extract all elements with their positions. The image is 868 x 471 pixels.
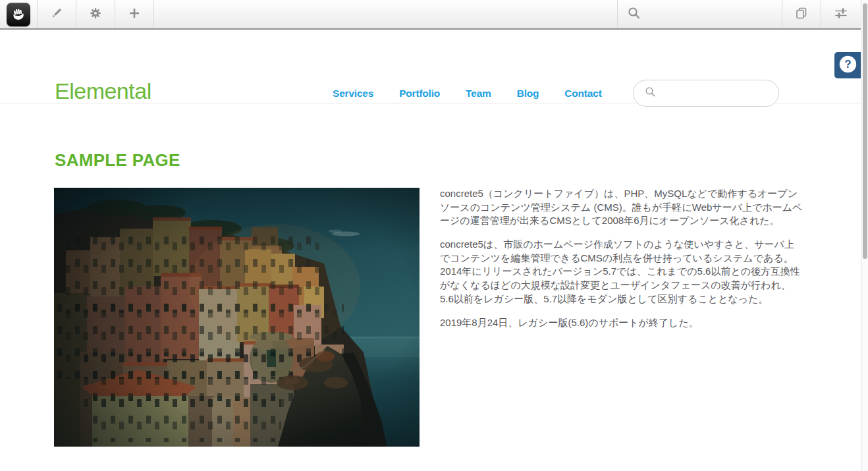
page-settings-button[interactable] (76, 0, 115, 28)
svg-text:?: ? (844, 58, 851, 70)
site-header: Elemental Services Portfolio Team Blog C… (0, 30, 861, 103)
gear-icon (89, 7, 102, 22)
page-title: SAMPLE PAGE (55, 150, 180, 171)
paragraph-3: 2019年8月24日、レガシー版(5.6)のサポートが終了した。 (440, 316, 803, 330)
scrollbar-thumb[interactable] (863, 3, 867, 259)
site-logo[interactable]: Elemental (55, 78, 151, 104)
toolbar-spacer (154, 0, 618, 28)
nav-item-contact[interactable]: Contact (564, 88, 601, 99)
article-text: concrete5（コンクリートファイブ）は、PHP、MySQLなどで動作するオ… (440, 187, 803, 339)
sliders-icon (834, 6, 848, 23)
search-icon (627, 6, 641, 22)
main-navigation: Services Portfolio Team Blog Contact (333, 88, 602, 99)
pages-icon (794, 6, 809, 23)
paragraph-1: concrete5（コンクリートファイブ）は、PHP、MySQLなどで動作するオ… (440, 187, 803, 228)
concrete5-hand-icon (7, 3, 30, 26)
question-icon: ? (839, 55, 857, 76)
admin-toolbar (0, 0, 861, 30)
settings-panel-button[interactable] (821, 0, 861, 28)
intelligent-search-button[interactable] (618, 0, 782, 28)
concrete5-home-button[interactable] (0, 0, 38, 28)
nav-item-blog[interactable]: Blog (517, 88, 539, 99)
help-button[interactable]: ? (834, 52, 861, 78)
site-search[interactable] (633, 80, 779, 107)
pages-panel-button[interactable] (782, 0, 821, 28)
village-photo (54, 188, 420, 447)
site-search-input[interactable] (662, 88, 784, 99)
plus-icon (128, 7, 141, 22)
add-content-button[interactable] (115, 0, 154, 28)
pencil-icon (50, 7, 63, 22)
nav-item-services[interactable]: Services (333, 88, 373, 99)
search-icon (645, 86, 656, 100)
edit-page-button[interactable] (38, 0, 76, 28)
nav-item-portfolio[interactable]: Portfolio (399, 88, 440, 99)
nav-item-team[interactable]: Team (466, 88, 491, 99)
paragraph-2: concrete5は、市販のホームページ作成ソフトのような使いやすさと、サーバ上… (440, 238, 803, 306)
scrollbar-track[interactable] (861, 0, 868, 471)
